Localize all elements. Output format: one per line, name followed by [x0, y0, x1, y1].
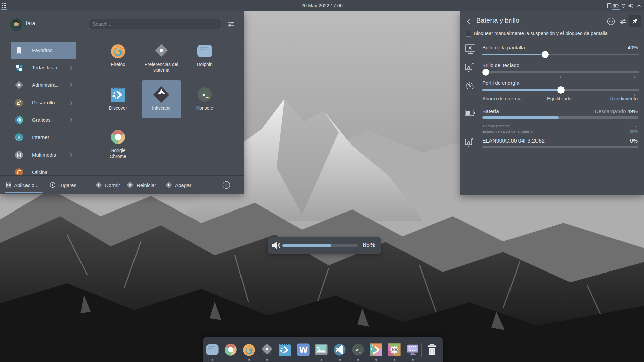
spectacle-icon: [405, 342, 420, 357]
dock-separator: [421, 343, 422, 357]
battery-health-label: Estado de salud de la batería:: [482, 129, 534, 133]
status-events-button[interactable]: [605, 15, 617, 27]
svg-text:KV: KV: [392, 348, 397, 352]
app-dolphin[interactable]: Dolphin: [183, 42, 226, 67]
shutdown-button[interactable]: Apagar: [165, 180, 191, 190]
applications-tab-icon: [6, 182, 11, 188]
places-compass-icon: [50, 182, 56, 188]
search-input[interactable]: [89, 19, 221, 29]
battery-status-text: Descargando: [595, 108, 626, 114]
battery-status: Descargando 49%: [595, 108, 638, 114]
running-indicator: [212, 359, 213, 361]
sidebar-item-oficina[interactable]: Oficina: [0, 164, 84, 175]
app-firefox[interactable]: Firefox: [97, 42, 140, 67]
app-preferencias-del-sistema[interactable]: Preferencias del sistema: [140, 42, 183, 73]
wifi-tray-icon[interactable]: [620, 2, 627, 9]
running-indicator: [375, 359, 377, 361]
dock-dolphin[interactable]: [205, 342, 220, 362]
elan-device-label: ELAN900C:00 04F3:2C62: [482, 138, 545, 144]
app-konsole[interactable]: >_ Konsole: [183, 86, 226, 111]
dock-kvantum[interactable]: KV: [387, 342, 402, 362]
dock-discover[interactable]: [278, 342, 292, 362]
sidebar-item-internet[interactable]: Internet: [0, 129, 84, 146]
dock-vscode[interactable]: [332, 342, 347, 362]
block-suspend-checkbox[interactable]: [466, 31, 471, 37]
restart-button[interactable]: Reiniciar: [126, 180, 156, 190]
profile-stop-performance[interactable]: Rendimiento: [610, 96, 638, 101]
configure-button[interactable]: [617, 15, 629, 27]
clipboard-tray-icon[interactable]: [606, 2, 613, 9]
trash-icon: [425, 342, 439, 357]
colorful-arrow-app-icon: [369, 342, 383, 357]
dolphin-icon: [196, 42, 213, 60]
slider-tick: [634, 94, 635, 96]
dock-chrome[interactable]: [223, 342, 238, 362]
sidebar-item-administracion[interactable]: Administra...: [0, 76, 84, 94]
sleep-button[interactable]: Dormir: [95, 180, 120, 190]
elan-device-value: 0%: [630, 138, 638, 144]
user-name: lara: [26, 21, 35, 27]
konsole-icon: >_: [351, 342, 365, 357]
avatar[interactable]: [10, 18, 23, 31]
running-indicator: [266, 359, 268, 361]
multimedia-icon: [14, 150, 24, 160]
chevron-right-icon: [68, 135, 72, 140]
dock-system-settings[interactable]: [260, 342, 274, 362]
digital-clock[interactable]: 20 May 2022|17:06: [0, 0, 644, 11]
slider-handle[interactable]: [542, 51, 549, 58]
profile-stop-powersave[interactable]: Ahorro de energía: [482, 96, 522, 101]
search-options-icon[interactable]: [227, 20, 235, 28]
inkscape-icon: [153, 86, 170, 103]
vscode-icon: [332, 342, 347, 357]
dock-konsole[interactable]: >_: [351, 342, 365, 362]
sidebar-item-favoritos[interactable]: Favoritos: [0, 42, 84, 59]
dock-gwenview[interactable]: [314, 342, 329, 362]
sidebar-item-desarrollo[interactable]: Desarrollo: [0, 94, 84, 111]
battery-tray-icon[interactable]: [612, 2, 620, 9]
sleep-icon: [95, 181, 102, 189]
keyboard-brightness-slider[interactable]: [482, 69, 639, 76]
slider-handle[interactable]: [482, 69, 489, 76]
screen-brightness-slider[interactable]: [482, 51, 639, 58]
dolphin-icon: [205, 342, 220, 357]
app-discover[interactable]: Discover: [97, 86, 140, 111]
dock-spectacle[interactable]: [405, 342, 420, 362]
sidebar-item-graficos[interactable]: Gráficos: [0, 111, 84, 129]
restart-icon: [126, 181, 134, 189]
system-settings-icon: [153, 42, 170, 60]
w-app-icon: W: [296, 342, 311, 357]
app-inkscape[interactable]: Inkscape: [140, 86, 183, 111]
screen-brightness-label: Brillo de la pantalla: [482, 45, 525, 50]
volume-osd: 65%: [268, 237, 381, 254]
ellipsis-circle-icon: [607, 17, 615, 26]
profile-stop-balanced[interactable]: Equilibrado: [547, 96, 572, 101]
chevron-right-icon: [68, 101, 72, 105]
power-profile-icon: [465, 81, 475, 91]
tab-aplicaciones[interactable]: Aplicacio...: [6, 180, 39, 190]
slider-handle[interactable]: [557, 86, 565, 94]
sidebar-item-todas-las-aplicaciones[interactable]: Todas las a...: [0, 59, 84, 76]
pin-button[interactable]: [629, 15, 641, 27]
tray-expand-button[interactable]: [635, 2, 643, 9]
internet-icon: [14, 132, 24, 142]
power-profile-slider[interactable]: [482, 86, 639, 94]
dock: W >_: [203, 337, 443, 362]
dock-trash[interactable]: [425, 342, 439, 362]
battery-tray-active-indicator: [612, 9, 620, 10]
svg-text:A: A: [467, 140, 470, 145]
konsole-icon: >_: [196, 86, 213, 103]
app-google-chrome[interactable]: Google Chrome: [97, 128, 140, 159]
chevron-right-icon: [68, 48, 72, 53]
volume-tray-icon[interactable]: [627, 2, 634, 9]
chevron-right-icon: [68, 118, 72, 122]
collapse-button[interactable]: [222, 181, 231, 189]
chrome-icon: [109, 128, 127, 146]
dock-w-app[interactable]: W: [296, 342, 311, 362]
tab-lugares[interactable]: Lugares: [50, 180, 76, 190]
dock-app-arrow[interactable]: [369, 342, 383, 362]
dock-firefox[interactable]: [241, 342, 256, 362]
launcher-footer-divider: [0, 175, 244, 176]
chevron-right-icon: [68, 66, 72, 70]
power-profile-label: Perfil de energía: [482, 80, 519, 86]
sidebar-item-multimedia[interactable]: Multimedia: [0, 146, 84, 164]
